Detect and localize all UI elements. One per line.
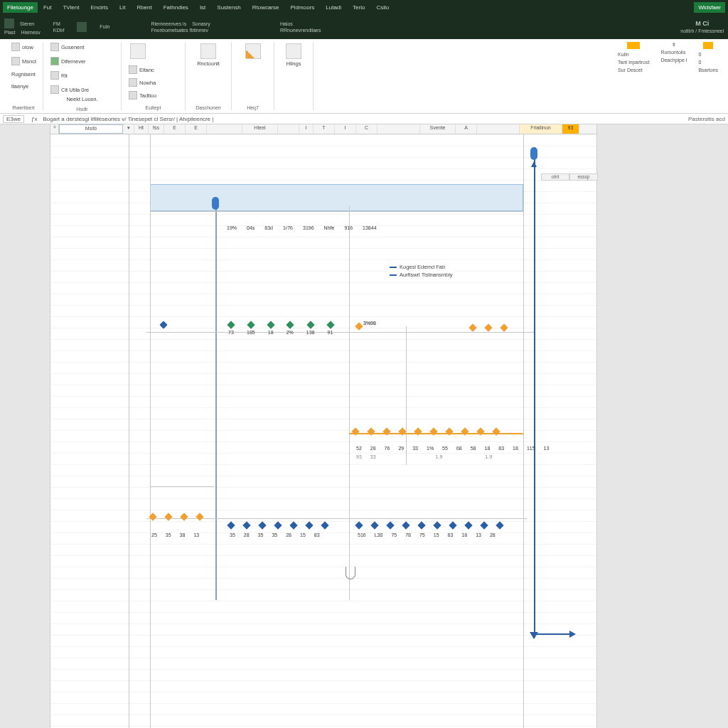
header-cell[interactable]: Hteel bbox=[242, 124, 278, 134]
color-swatch[interactable] bbox=[703, 42, 713, 49]
circle-icon bbox=[50, 71, 59, 80]
header-cell[interactable]: C bbox=[356, 124, 378, 134]
tab-item[interactable]: Terio bbox=[347, 2, 370, 13]
tab-item[interactable]: Ist bbox=[194, 2, 211, 13]
marker-icon bbox=[386, 521, 394, 529]
paste-icon[interactable] bbox=[4, 18, 14, 28]
guide-line bbox=[406, 326, 407, 465]
marker-icon bbox=[476, 427, 484, 435]
tick: 35 bbox=[258, 532, 264, 537]
tick: 13 bbox=[476, 532, 481, 537]
header-cell[interactable]: A bbox=[456, 124, 477, 134]
header-cell[interactable]: I bbox=[299, 124, 314, 134]
ribbon-btn[interactable]: Gosenent bbox=[49, 42, 115, 52]
qb-label: FM bbox=[53, 21, 60, 26]
ribbon-big[interactable] bbox=[127, 42, 149, 60]
arrow-up-icon bbox=[531, 161, 537, 167]
tick: 28 bbox=[370, 446, 376, 451]
tab-item[interactable]: Lutadi bbox=[320, 2, 347, 13]
formula-input[interactable]: Bogart a derstesgl lifilleseories v/ Tin… bbox=[40, 116, 688, 122]
marker-icon bbox=[500, 323, 508, 331]
header-cell[interactable] bbox=[477, 124, 520, 134]
tab-item[interactable]: Lit bbox=[114, 2, 131, 13]
ribbon-btn[interactable]: Tadtloo bbox=[127, 90, 158, 100]
tick: 115 bbox=[527, 446, 535, 451]
rb-label: Rnctoonlt bbox=[197, 60, 220, 67]
marker-icon bbox=[367, 427, 375, 435]
marker-icon bbox=[429, 427, 437, 435]
marker-icon bbox=[196, 513, 203, 520]
ribbon-btn[interactable]: otow bbox=[10, 42, 38, 52]
header-cell[interactable]: 93 bbox=[562, 124, 579, 134]
color-swatch[interactable] bbox=[627, 42, 640, 49]
chart-icon bbox=[129, 65, 137, 74]
axis-tick-labels: 25 35 38 13 bbox=[151, 532, 199, 537]
clipboard-icon[interactable] bbox=[77, 22, 87, 32]
rr-top: ti bbox=[660, 42, 687, 47]
group-label: Daschonen bbox=[191, 105, 225, 110]
tab-item[interactable]: Sustensh bbox=[211, 2, 246, 13]
ribbon-big[interactable]: Hlings bbox=[280, 42, 307, 68]
tick: 83 bbox=[314, 532, 320, 537]
header-cell[interactable] bbox=[378, 124, 420, 134]
ribbon-btn[interactable]: Nowha bbox=[127, 77, 158, 87]
marker-icon bbox=[461, 427, 469, 435]
marker-icon bbox=[492, 427, 500, 435]
tab-item[interactable]: Encirts bbox=[85, 2, 113, 13]
tick: 33 bbox=[370, 454, 376, 459]
tick: 33 bbox=[412, 446, 418, 451]
tick: 28 bbox=[490, 532, 496, 537]
tab-item[interactable]: Rtowcarse bbox=[247, 2, 285, 13]
rb-label: Difernever bbox=[61, 58, 86, 65]
tab-item[interactable]: TVient bbox=[57, 2, 85, 13]
header-cell[interactable]: Svente bbox=[420, 124, 456, 134]
header-cell[interactable] bbox=[207, 124, 242, 134]
ribbon-btn[interactable]: ltaenye bbox=[10, 82, 38, 90]
header-cell[interactable]: T bbox=[314, 124, 335, 134]
title-tabs: Filelounge Fut TVient Encirts Lit Rbent … bbox=[0, 0, 728, 14]
chart-canvas[interactable]: otnt esssp Kogesl Edernd Fab Aurfiswrl T… bbox=[50, 134, 596, 728]
share-button[interactable]: Widsfaer bbox=[694, 2, 725, 13]
tab-item[interactable]: Rbent bbox=[131, 2, 157, 13]
header-cell[interactable]: ▾ bbox=[123, 124, 134, 134]
header-cell[interactable]: Ht bbox=[134, 124, 149, 134]
marker-icon bbox=[149, 513, 156, 520]
rb-label: Gosenent bbox=[61, 44, 85, 50]
ribbon-btn[interactable]: Difernever bbox=[49, 56, 115, 66]
header-cell[interactable]: fss bbox=[149, 124, 164, 134]
marker-icon bbox=[402, 521, 410, 529]
header-cell[interactable] bbox=[278, 124, 299, 134]
qb-label: KDbf bbox=[53, 28, 65, 33]
ribbon-btn[interactable]: Eltanc bbox=[127, 65, 158, 75]
tab-item[interactable]: Csilo bbox=[370, 2, 395, 13]
ribbon-btn[interactable]: Rognisent bbox=[10, 70, 38, 78]
header-cell[interactable]: I bbox=[335, 124, 356, 134]
chart-icon bbox=[129, 91, 137, 100]
tick: 18 bbox=[513, 446, 518, 451]
ribbon-btn[interactable]: Rli bbox=[49, 70, 115, 80]
marker-icon bbox=[382, 427, 390, 435]
worksheet[interactable]: ⌗ Msitb ▾ Ht fss E E Hteel I T I C Svent… bbox=[50, 124, 597, 728]
axis-line bbox=[150, 486, 214, 487]
header-cell[interactable]: Frlallinon bbox=[520, 124, 562, 134]
tick: 76 bbox=[385, 446, 390, 451]
group-label: Heq7 bbox=[237, 105, 268, 110]
name-box-inner[interactable]: Msitb bbox=[59, 124, 123, 134]
tab-item[interactable]: Fathndies bbox=[158, 2, 194, 13]
tick: 916 bbox=[344, 225, 353, 230]
ribbon-btn[interactable]: Msnct bbox=[10, 56, 38, 66]
ribbon-big[interactable] bbox=[237, 42, 268, 60]
tab-file[interactable]: Filelounge bbox=[3, 2, 38, 13]
fx-icon[interactable]: ƒx bbox=[31, 116, 37, 122]
ribbon-big[interactable]: Neekt Loosn. bbox=[49, 95, 115, 104]
ribbon-right: 0 0 Bsartons bbox=[692, 42, 724, 110]
name-box[interactable]: E3we bbox=[3, 115, 24, 123]
header-cell[interactable]: ⌗ bbox=[50, 124, 59, 134]
axis-tick-labels: 93 33 1.9 1.9 bbox=[356, 454, 492, 459]
tab-item[interactable]: Pidmoors bbox=[284, 2, 320, 13]
header-cell[interactable]: E bbox=[186, 124, 207, 134]
header-cell[interactable]: E bbox=[164, 124, 186, 134]
ribbon-big[interactable]: Rnctoonlt bbox=[191, 42, 225, 68]
ribbon-btn[interactable]: Cit Utila 0re bbox=[49, 85, 115, 95]
tab-item[interactable]: Fut bbox=[38, 2, 58, 13]
